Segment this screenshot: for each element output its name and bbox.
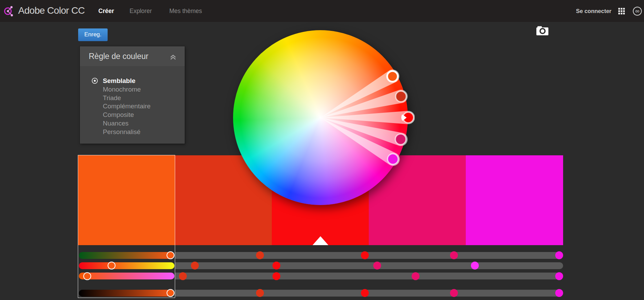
svg-text:∞: ∞ (635, 8, 639, 14)
